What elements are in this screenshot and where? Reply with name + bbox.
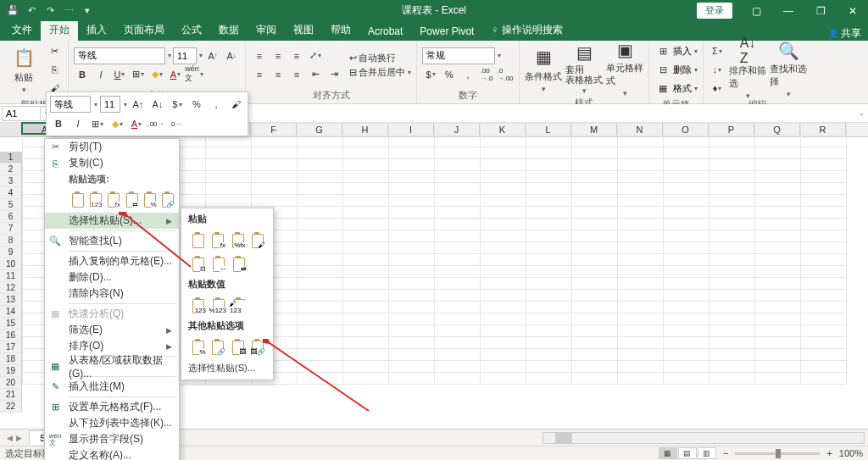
- row-header[interactable]: 11: [0, 270, 22, 282]
- mini-decrease-font-icon[interactable]: A↓: [149, 96, 166, 113]
- sub-paste-transpose-icon[interactable]: ⇄: [229, 253, 248, 274]
- tab-view[interactable]: 视图: [285, 19, 322, 41]
- tab-help[interactable]: 帮助: [322, 19, 359, 41]
- ctx-clear[interactable]: 清除内容(N): [45, 285, 179, 302]
- font-name-combo[interactable]: 等线: [74, 47, 165, 64]
- cut-icon[interactable]: ✂: [46, 42, 63, 59]
- row-header[interactable]: 6: [0, 211, 22, 223]
- align-right-icon[interactable]: ≡: [288, 66, 305, 83]
- tab-page-layout[interactable]: 页面布局: [115, 19, 173, 41]
- paste-button[interactable]: 📋 粘贴▾: [5, 43, 42, 96]
- wrap-text-button[interactable]: ↩ 自动换行: [349, 52, 411, 64]
- mini-font-color-icon[interactable]: A▾: [128, 115, 145, 132]
- mini-fill-icon[interactable]: ◆▾: [108, 115, 125, 132]
- row-header[interactable]: 1: [0, 152, 22, 163]
- tab-review[interactable]: 审阅: [248, 19, 285, 41]
- italic-icon[interactable]: I: [92, 66, 109, 83]
- paste-all-icon[interactable]: [69, 189, 85, 209]
- ctx-copy[interactable]: ⎘复制(C): [45, 155, 179, 171]
- expand-formula-bar-icon[interactable]: ⌄: [854, 109, 868, 117]
- sub-paste-all-icon[interactable]: [188, 230, 207, 250]
- mini-size-combo[interactable]: 11: [100, 96, 120, 113]
- row-header[interactable]: 17: [0, 341, 22, 353]
- align-left-icon[interactable]: ≡: [251, 66, 268, 83]
- decrease-decimal-icon[interactable]: .0→.00: [497, 66, 514, 83]
- ctx-smart-lookup[interactable]: 🔍智能查找(L): [45, 233, 179, 249]
- conditional-format-button[interactable]: ▦条件格式▾: [525, 42, 562, 95]
- mini-dec-decimal-icon[interactable]: .0→: [167, 115, 184, 132]
- paste-formatting-icon[interactable]: %: [141, 189, 157, 209]
- align-bottom-icon[interactable]: ≡: [288, 47, 305, 64]
- sub-values-src-fmt-icon[interactable]: 🖌123: [229, 295, 248, 315]
- cell-styles-button[interactable]: ▣单元格样式▾: [606, 42, 643, 95]
- maximize-icon[interactable]: ❐: [805, 0, 836, 21]
- page-break-view-icon[interactable]: ▥: [698, 447, 716, 459]
- row-header[interactable]: 5: [0, 199, 22, 211]
- sub-paste-col-width-icon[interactable]: ↔: [209, 253, 227, 274]
- redo-icon[interactable]: ↷: [42, 3, 58, 19]
- ctx-filter[interactable]: 筛选(E)▶: [45, 322, 179, 338]
- row-header[interactable]: 9: [0, 247, 22, 258]
- row-header[interactable]: 13: [0, 294, 22, 306]
- align-middle-icon[interactable]: ≡: [270, 47, 287, 64]
- tab-home[interactable]: 开始: [41, 19, 78, 41]
- zoom-slider[interactable]: [735, 452, 820, 455]
- save-icon[interactable]: 💾: [5, 3, 20, 19]
- align-top-icon[interactable]: ≡: [251, 47, 268, 64]
- mini-border-icon[interactable]: ⊞▾: [89, 115, 106, 132]
- zoom-in-icon[interactable]: +: [826, 448, 832, 458]
- increase-font-icon[interactable]: A↑: [204, 47, 221, 64]
- row-header[interactable]: 16: [0, 330, 22, 341]
- login-button[interactable]: 登录: [697, 3, 732, 19]
- ctx-from-table[interactable]: ▦从表格/区域获取数据(G)...: [45, 358, 179, 374]
- decrease-indent-icon[interactable]: ⇤: [307, 66, 324, 83]
- sub-paste-no-border-icon[interactable]: ⊟: [188, 253, 207, 274]
- number-format-combo[interactable]: 常规: [422, 47, 495, 64]
- mini-bold-icon[interactable]: B: [50, 115, 67, 132]
- row-header[interactable]: 4: [0, 187, 22, 199]
- normal-view-icon[interactable]: ▦: [659, 447, 677, 459]
- qat-more-icon[interactable]: ⋯: [61, 3, 76, 19]
- page-layout-view-icon[interactable]: ▤: [678, 447, 697, 459]
- minimize-icon[interactable]: —: [773, 0, 804, 21]
- tab-acrobat[interactable]: Acrobat: [359, 22, 411, 41]
- delete-cells-button[interactable]: ⊟删除 ▾: [654, 61, 698, 78]
- zoom-level[interactable]: 100%: [839, 448, 863, 458]
- row-header[interactable]: 2: [0, 163, 22, 175]
- orientation-icon[interactable]: ⤢▾: [307, 47, 324, 64]
- row-header[interactable]: 14: [0, 306, 22, 318]
- fill-icon[interactable]: ↓▾: [709, 61, 726, 78]
- horizontal-scrollbar[interactable]: [542, 432, 865, 444]
- paste-formulas-icon[interactable]: fx: [105, 189, 121, 209]
- ctx-sort[interactable]: 排序(O)▶: [45, 338, 179, 354]
- paste-link-icon[interactable]: 🔗: [159, 189, 175, 209]
- clear-icon[interactable]: ♦▾: [709, 80, 726, 97]
- sub-linked-picture-icon[interactable]: 🖼🔗: [248, 336, 267, 357]
- sub-paste-special-link[interactable]: 选择性粘贴(S)...: [183, 358, 271, 378]
- row-header[interactable]: 21: [0, 389, 22, 401]
- ctx-format-cells[interactable]: ⊞设置单元格格式(F)...: [45, 399, 179, 415]
- sheet-nav-prev-icon[interactable]: ◀: [7, 434, 13, 442]
- sub-picture-icon[interactable]: 🖼: [228, 336, 247, 357]
- mini-currency-icon[interactable]: $▾: [169, 96, 186, 113]
- ctx-delete[interactable]: 删除(D)...: [45, 269, 179, 285]
- ribbon-display-icon[interactable]: ▢: [741, 0, 771, 21]
- ctx-insert-comment[interactable]: ✎插入批注(M): [45, 379, 179, 395]
- select-all-corner[interactable]: [0, 123, 22, 136]
- close-icon[interactable]: ✕: [837, 0, 868, 21]
- increase-decimal-icon[interactable]: .00→.0: [478, 66, 495, 83]
- sub-values-icon[interactable]: 123: [188, 295, 207, 315]
- row-header[interactable]: 20: [0, 377, 22, 389]
- insert-cells-button[interactable]: ⊞插入 ▾: [654, 42, 698, 59]
- ctx-insert-copied[interactable]: 插入复制的单元格(E)...: [45, 253, 179, 269]
- sort-filter-button[interactable]: A↓Z排序和筛选▾: [729, 43, 766, 96]
- border-icon[interactable]: ⊞▾: [130, 66, 147, 83]
- increase-indent-icon[interactable]: ⇥: [326, 66, 342, 83]
- tab-powerpivot[interactable]: Power Pivot: [411, 22, 482, 41]
- ctx-define-name[interactable]: 定义名称(A)...: [45, 447, 179, 460]
- mini-font-combo[interactable]: 等线: [50, 96, 91, 113]
- copy-icon[interactable]: ⎘: [46, 61, 63, 78]
- decrease-font-icon[interactable]: A↓: [223, 47, 240, 64]
- find-select-button[interactable]: 🔍查找和选择▾: [770, 43, 807, 96]
- pinyin-icon[interactable]: wén文▾: [186, 66, 203, 83]
